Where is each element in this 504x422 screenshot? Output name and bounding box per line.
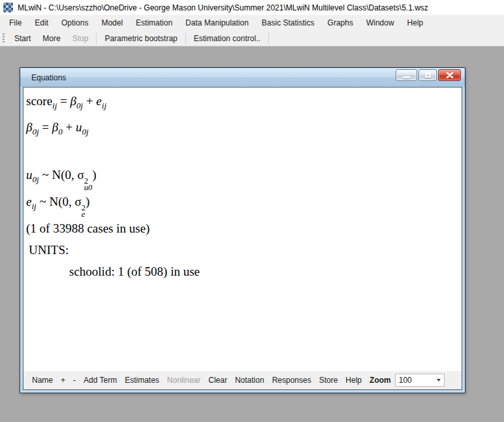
help-button[interactable]: Help <box>341 376 366 385</box>
eq-token: ) <box>86 195 89 208</box>
name-button[interactable]: Name <box>28 376 57 385</box>
app-title-bar[interactable]: MLwiN - C:\Users\szzho\OneDrive - George… <box>0 0 504 15</box>
mdi-desktop: Equations <box>0 47 504 422</box>
eq-residual: e <box>96 94 101 108</box>
eq-sigma: σ <box>75 195 82 208</box>
eq-sigma: σ <box>77 168 84 182</box>
menu-item-graphs[interactable]: Graphs <box>321 15 360 31</box>
parametric-bootstrap-button[interactable]: Parametric bootstrap <box>99 31 183 46</box>
eq-random-effect: u <box>76 120 82 134</box>
eq-subscript: 0j <box>33 174 39 184</box>
remove-subscript-button[interactable]: - <box>69 376 80 385</box>
eq-subscript: 0j <box>82 127 89 137</box>
equation-line-u-distribution[interactable]: u0j ~ N(0, σ2u0) <box>26 164 462 191</box>
toolbar-separator <box>96 33 97 44</box>
menu-item-basic-statistics[interactable]: Basic Statistics <box>255 15 321 31</box>
equations-window: Equations <box>20 67 465 393</box>
units-heading: UNITS: <box>26 239 462 261</box>
eq-token: + <box>83 94 96 108</box>
responses-button[interactable]: Responses <box>268 376 315 385</box>
eq-random-effect: u <box>26 168 33 182</box>
equation-line-e-distribution[interactable]: eij ~ N(0, σ2e) <box>26 191 462 218</box>
menu-item-options[interactable]: Options <box>55 15 95 31</box>
equations-client-area: scoreij = β0j + eij β0j = β0 + u0j u0j ~… <box>23 87 462 390</box>
more-button[interactable]: More <box>37 31 66 46</box>
window-controls <box>396 69 461 81</box>
cases-in-use-text: (1 of 33988 cases in use) <box>26 218 462 239</box>
dropdown-arrow-icon <box>437 379 441 381</box>
eq-subscript: u0 <box>84 184 93 191</box>
clear-button[interactable]: Clear <box>204 376 231 385</box>
maximize-icon <box>425 73 431 78</box>
minimize-icon <box>403 76 410 78</box>
equation-line-level1[interactable]: scoreij = β0j + eij <box>26 90 462 116</box>
eq-subscript: e <box>82 211 86 218</box>
main-toolbar: Start More Stop Parametric bootstrap Est… <box>0 31 504 46</box>
toolbar-separator <box>185 33 186 44</box>
menu-item-window[interactable]: Window <box>360 15 401 31</box>
menu-bar: File Edit Options Model Estimation Data … <box>0 15 504 31</box>
estimation-control-button[interactable]: Estimation control.. <box>188 31 266 46</box>
menu-item-edit[interactable]: Edit <box>28 15 55 31</box>
eq-subscript: ij <box>31 201 36 211</box>
zoom-combobox[interactable]: 100 <box>395 374 445 387</box>
toolbar-grip-handle[interactable] <box>3 33 5 44</box>
zoom-value: 100 <box>399 376 437 385</box>
app-window: MLwiN - C:\Users\szzho\OneDrive - George… <box>0 0 504 46</box>
menu-item-data-manipulation[interactable]: Data Manipulation <box>179 15 255 31</box>
equation-display: scoreij = β0j + eij β0j = β0 + u0j u0j ~… <box>24 88 462 371</box>
minimize-button[interactable] <box>396 69 417 81</box>
eq-token: ) <box>92 168 96 182</box>
start-button[interactable]: Start <box>8 31 37 46</box>
menu-item-model[interactable]: Model <box>95 15 129 31</box>
store-button[interactable]: Store <box>315 376 342 385</box>
eq-token: + <box>63 120 76 134</box>
close-icon <box>446 72 454 78</box>
stop-button: Stop <box>67 31 95 46</box>
notation-button[interactable]: Notation <box>231 376 268 385</box>
schoolid-units-text: schoolid: 1 (of 508) in use <box>26 261 462 282</box>
equation-line-level2[interactable]: β0j = β0 + u0j <box>26 116 462 142</box>
eq-token: schoolid: 1 (of 508) in use <box>69 265 200 278</box>
zoom-label: Zoom <box>366 376 392 385</box>
sigma-sup-sub: 2u0 <box>84 178 93 191</box>
menu-item-file[interactable]: File <box>3 15 28 31</box>
eq-token: ~ N(0, <box>37 195 75 208</box>
eq-token: UNITS: <box>29 243 69 257</box>
eq-token: score <box>26 94 52 108</box>
eq-subscript: ij <box>102 101 106 110</box>
estimates-button[interactable]: Estimates <box>121 376 163 385</box>
eq-token: (1 of 33988 cases in use) <box>26 221 150 235</box>
equations-window-title: Equations <box>31 73 66 82</box>
menu-item-estimation[interactable]: Estimation <box>129 15 179 31</box>
mlwin-app-icon <box>3 3 13 12</box>
equations-toolbar: Name + - Add Term Estimates Nonlinear Cl… <box>24 371 462 389</box>
toolbar-separator <box>268 33 269 44</box>
eq-beta: β <box>71 94 76 108</box>
menu-item-help[interactable]: Help <box>401 15 430 31</box>
eq-beta: β <box>52 120 58 134</box>
nonlinear-button: Nonlinear <box>163 376 204 385</box>
add-subscript-button[interactable]: + <box>57 376 69 385</box>
maximize-button[interactable] <box>418 69 437 81</box>
add-term-button[interactable]: Add Term <box>80 376 121 385</box>
eq-token: ~ N(0, <box>39 168 78 182</box>
eq-subscript: 0j <box>76 101 83 110</box>
window-title: MLwiN - C:\Users\szzho\OneDrive - George… <box>18 3 428 12</box>
eq-token: = <box>57 94 70 108</box>
close-button[interactable] <box>438 69 461 81</box>
eq-token: = <box>39 120 52 134</box>
eq-subscript: 0j <box>32 127 39 137</box>
equations-title-bar[interactable]: Equations <box>20 68 465 87</box>
